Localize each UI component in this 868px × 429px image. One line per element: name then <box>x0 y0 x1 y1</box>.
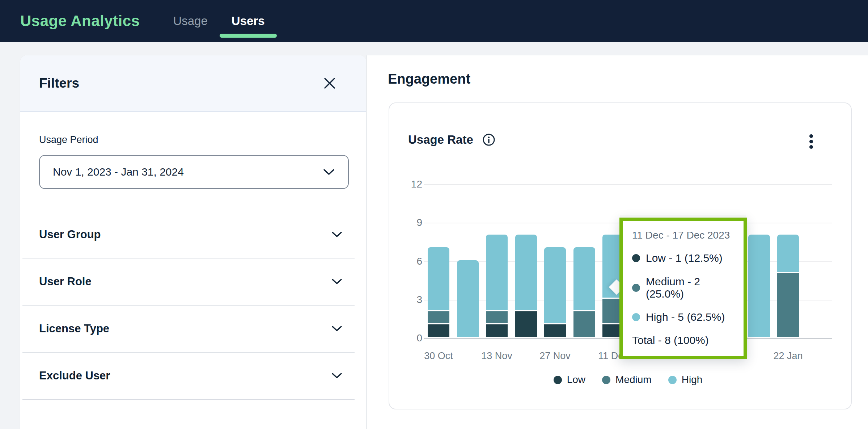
top-nav: Usage Analytics Usage Users <box>0 0 868 42</box>
filters-body: Usage Period Nov 1, 2023 - Jan 31, 2024 … <box>20 134 366 400</box>
divider <box>22 399 355 400</box>
section-label: User Role <box>39 275 92 288</box>
legend-item-low: Low <box>554 374 585 386</box>
stacked-bar-12[interactable] <box>748 235 770 337</box>
stacked-bar-5[interactable] <box>544 247 566 337</box>
close-icon <box>322 76 337 91</box>
medium-dot-icon <box>632 284 640 292</box>
usage-period-value: Nov 1, 2023 - Jan 31, 2024 <box>53 166 184 178</box>
stacked-bar-1[interactable] <box>428 247 449 337</box>
usage-analytics-screen: Usage Analytics Usage Users Filters Usag… <box>0 0 868 429</box>
usage-rate-card: Usage Rate 03691230 Oct13 Nov27 Nov11 De… <box>389 102 852 409</box>
chevron-down-icon <box>323 168 335 176</box>
stacked-bar-6[interactable] <box>573 247 595 337</box>
high-segment <box>748 235 770 337</box>
medium-segment <box>777 273 799 337</box>
low-segment <box>428 324 449 337</box>
high-segment <box>457 260 479 337</box>
section-user-group[interactable]: User Group <box>39 211 349 258</box>
section-label: License Type <box>39 322 109 335</box>
x-axis-label-30-oct: 30 Oct <box>424 350 453 362</box>
high-segment <box>486 235 508 311</box>
chart-tooltip: 11 Dec - 17 Dec 2023 Low - 1 (12.5%) Med… <box>619 218 747 359</box>
section-license-type[interactable]: License Type <box>39 306 349 352</box>
usage-period-select[interactable]: Nov 1, 2023 - Jan 31, 2024 <box>39 155 349 189</box>
stacked-bar-4[interactable] <box>515 235 537 337</box>
tooltip-row-text: Low - 1 (12.5%) <box>646 252 723 264</box>
low-segment <box>544 324 566 337</box>
legend-label: Low <box>567 374 585 386</box>
y-axis-label-9: 9 <box>397 217 422 228</box>
tab-users[interactable]: Users <box>232 14 265 28</box>
y-axis-label-0: 0 <box>397 332 422 344</box>
legend-item-high: High <box>668 374 703 386</box>
section-label: Exclude User <box>39 369 110 382</box>
tooltip-row-text: High - 5 (62.5%) <box>646 311 725 323</box>
engagement-content: Engagement Usage Rate 03691230 Oct13 N <box>366 55 868 429</box>
y-axis-label-3: 3 <box>397 294 422 306</box>
section-user-role[interactable]: User Role <box>39 258 349 305</box>
close-filters-button[interactable] <box>321 75 338 92</box>
gridline-y-12 <box>424 184 832 185</box>
tooltip-row-low: Low - 1 (12.5%) <box>632 252 734 264</box>
medium-segment <box>486 311 508 324</box>
x-axis-label-13-nov: 13 Nov <box>481 350 512 362</box>
usage-period-label: Usage Period <box>39 134 349 146</box>
low-dot-icon <box>554 376 562 384</box>
legend-label: Medium <box>615 374 652 386</box>
filters-title: Filters <box>39 76 79 91</box>
tooltip-row-high: High - 5 (62.5%) <box>632 311 734 323</box>
y-axis-label-12: 12 <box>397 178 422 190</box>
low-segment <box>515 311 537 337</box>
tab-usage[interactable]: Usage <box>173 14 207 28</box>
high-segment <box>515 235 537 311</box>
chevron-down-icon <box>331 325 342 332</box>
high-segment <box>777 235 799 273</box>
medium-segment <box>428 311 449 324</box>
page-title: Engagement <box>388 71 470 87</box>
x-axis-label-22-jan: 22 Jan <box>773 350 803 362</box>
high-segment <box>544 247 566 324</box>
high-segment <box>428 247 449 311</box>
low-segment <box>486 324 508 337</box>
y-axis-label-6: 6 <box>397 256 422 267</box>
chevron-down-icon <box>331 373 342 379</box>
legend-item-medium: Medium <box>602 374 652 386</box>
high-dot-icon <box>632 313 640 321</box>
tooltip-row-medium: Medium - 2 (25.0%) <box>632 276 734 300</box>
filters-header: Filters <box>20 55 366 112</box>
filter-sections: User Group User Role License Type <box>39 211 349 400</box>
tooltip-date-range: 11 Dec - 17 Dec 2023 <box>632 230 734 241</box>
tooltip-total: Total - 8 (100%) <box>632 334 734 346</box>
high-dot-icon <box>668 376 677 384</box>
nav-tabs: Usage Users <box>173 14 264 28</box>
medium-dot-icon <box>602 376 610 384</box>
medium-segment <box>573 311 595 337</box>
chevron-down-icon <box>331 278 342 285</box>
section-label: User Group <box>39 228 101 241</box>
app-title: Usage Analytics <box>20 12 140 30</box>
x-axis-label-27-nov: 27 Nov <box>539 350 571 362</box>
low-dot-icon <box>632 254 640 262</box>
stacked-bar-13[interactable] <box>777 235 799 337</box>
high-segment <box>573 247 595 311</box>
chart-legend: LowMediumHigh <box>424 374 832 386</box>
filters-panel: Filters Usage Period Nov 1, 2023 - Jan 3… <box>20 55 366 429</box>
stacked-bar-3[interactable] <box>486 235 508 337</box>
legend-label: High <box>682 374 703 386</box>
section-exclude-user[interactable]: Exclude User <box>39 353 349 399</box>
stacked-bar-2[interactable] <box>457 260 479 337</box>
tooltip-row-text: Medium - 2 (25.0%) <box>646 276 734 300</box>
chevron-down-icon <box>331 231 342 238</box>
